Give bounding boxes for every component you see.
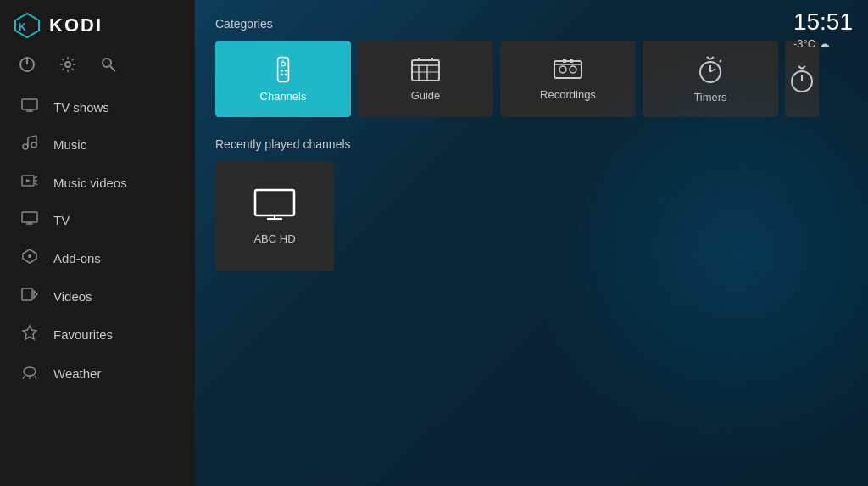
tv-icon [19,211,40,229]
svg-line-61 [802,66,805,69]
sidebar-label-favourites: Favourites [53,327,113,342]
svg-rect-7 [22,99,37,109]
channel-abc-hd-label: ABC HD [253,232,295,245]
search-button[interactable] [100,56,117,77]
svg-point-24 [28,254,31,258]
sidebar-item-videos[interactable]: Videos [0,278,195,315]
sidebar-label-videos: Videos [53,289,92,304]
svg-line-60 [798,66,802,69]
svg-point-28 [24,367,36,376]
timers2-icon [789,64,815,93]
sidebar-item-favourites[interactable]: Favourites [0,315,195,355]
channel-tv-icon [253,188,296,222]
svg-rect-34 [281,70,283,71]
guide-icon [410,57,441,82]
svg-line-19 [35,183,37,185]
clock-display: 15:51 [793,10,853,34]
category-timers[interactable]: Timers [643,41,778,117]
category-timers-label: Timers [693,91,726,103]
categories-label: Categories [215,17,848,31]
sidebar-item-add-ons[interactable]: Add-ons [0,238,195,278]
kodi-logo-icon: K [14,12,41,39]
svg-rect-50 [570,59,573,63]
category-timers2[interactable] [785,41,819,117]
sidebar-item-music[interactable]: Music [0,126,195,164]
category-recordings[interactable]: Recordings [500,41,636,117]
svg-rect-39 [412,60,439,81]
sidebar-item-tv[interactable]: TV [0,202,195,238]
category-guide[interactable]: Guide [358,41,493,117]
recordings-icon [553,58,583,81]
svg-point-11 [31,142,36,148]
svg-rect-46 [554,61,581,78]
svg-line-31 [35,376,36,379]
sidebar-label-weather: Weather [53,366,101,381]
sidebar-label-tv-shows: TV shows [53,100,109,115]
svg-line-57 [720,60,721,62]
svg-marker-26 [34,291,37,298]
sidebar-item-music-videos[interactable]: Music videos [0,164,195,202]
sidebar-label-tv: TV [53,213,70,227]
temperature-display: -3°C [793,37,815,50]
settings-button[interactable] [59,56,76,77]
sidebar-label-add-ons: Add-ons [53,251,101,265]
category-channels[interactable]: Channels [215,41,351,117]
app-title: KODI [49,14,103,36]
svg-line-55 [707,57,710,59]
sidebar-controls [0,51,195,89]
svg-marker-27 [23,326,36,339]
svg-rect-49 [563,59,566,63]
weather-cloud-icon: ☁ [819,37,830,50]
weather-display: -3°C ☁ [793,37,853,50]
category-channels-label: Channels [260,90,307,103]
svg-text:K: K [19,21,26,33]
videos-icon [19,288,40,305]
category-recordings-label: Recordings [540,88,596,101]
sidebar-label-music-videos: Music videos [53,176,127,190]
svg-point-10 [23,144,28,149]
svg-line-29 [23,376,25,379]
channels-remote-icon [270,56,297,83]
timers-icon [698,55,723,84]
svg-line-14 [28,136,36,137]
top-bar: 15:51 -3°C ☁ [793,10,853,50]
svg-point-48 [570,66,576,73]
channel-grid: ABC HD [215,161,848,271]
svg-rect-37 [285,73,287,75]
svg-marker-16 [26,179,31,182]
sidebar-header: K KODI [0,0,195,51]
sidebar-item-tv-shows[interactable]: TV shows [0,89,195,126]
sidebar: K KODI [0,0,195,486]
category-guide-label: Guide [411,89,441,102]
recently-played-label: Recently played channels [215,137,848,151]
svg-point-4 [65,62,70,67]
music-videos-icon [19,173,40,193]
svg-point-5 [103,59,111,67]
weather-icon [19,364,40,383]
music-icon [19,135,40,154]
channel-abc-hd[interactable]: ABC HD [215,161,334,271]
svg-rect-20 [22,212,37,222]
nav-menu: TV shows Music [0,89,195,486]
svg-point-33 [281,62,286,66]
sidebar-label-music: Music [53,137,86,152]
svg-rect-35 [285,70,287,71]
main-content: 15:51 -3°C ☁ Categories Channels [195,0,868,486]
categories-list: Channels Guide [215,41,848,117]
sidebar-item-weather[interactable]: Weather [0,355,195,393]
add-ons-icon [19,248,40,269]
svg-rect-62 [255,190,294,215]
svg-line-17 [35,176,37,178]
svg-line-56 [710,57,714,59]
svg-rect-36 [281,73,283,75]
svg-point-47 [559,66,566,73]
svg-rect-25 [22,288,32,300]
svg-line-6 [110,66,115,71]
power-button[interactable] [19,56,36,77]
tv-shows-icon [19,98,40,116]
favourites-icon [19,324,40,345]
